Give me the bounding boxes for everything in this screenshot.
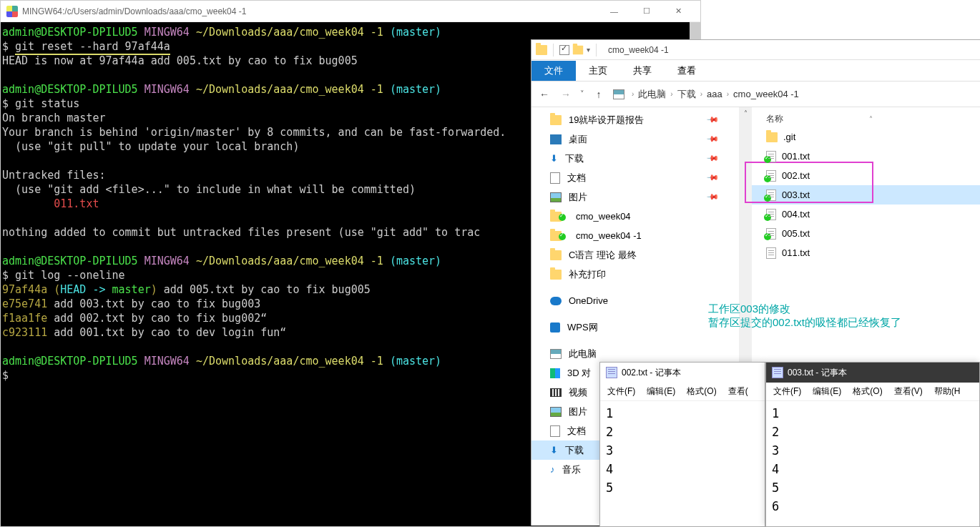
doc-icon xyxy=(550,172,560,184)
sidebar-label: 视频 xyxy=(569,386,587,399)
notepad-titlebar[interactable]: 003.txt - 记事本 xyxy=(766,363,979,383)
cmd-git-status: git status xyxy=(15,97,79,110)
doc-icon xyxy=(550,425,560,437)
sidebar-label: cmo_week04 xyxy=(576,211,631,222)
nav-history-icon[interactable]: ˅ xyxy=(580,89,584,99)
menu-edit[interactable]: 编辑(E) xyxy=(808,384,846,399)
cmd-git-reset: git reset --hard 97af44a xyxy=(15,40,170,55)
breadcrumb[interactable]: › 此电脑 › 下载 › aaa › cmo_week04 -1 xyxy=(632,88,799,101)
file-item[interactable]: 004.txt xyxy=(752,205,980,224)
file-item[interactable]: 002.txt xyxy=(752,166,980,185)
sort-indicator-icon: ˄ xyxy=(869,115,873,123)
pin-icon: 📌 xyxy=(705,190,719,204)
cloud-icon xyxy=(550,297,562,305)
pin-icon: 📌 xyxy=(705,152,719,165)
file-item[interactable]: 011.txt xyxy=(752,243,980,262)
terminal-title: MINGW64:/c/Users/admin/Downloads/aaa/cmo… xyxy=(22,6,598,16)
notepad-icon xyxy=(772,367,783,378)
file-name: .git xyxy=(783,132,795,142)
file-item[interactable]: .git xyxy=(752,127,980,147)
txt-file-icon xyxy=(766,209,776,220)
terminal-titlebar[interactable]: MINGW64:/c/Users/admin/Downloads/aaa/cmo… xyxy=(1,1,700,22)
menu-file[interactable]: 文件(F) xyxy=(603,384,640,399)
notepad-content[interactable]: 1 2 3 4 5 xyxy=(600,401,765,500)
ribbon-tab-share[interactable]: 共享 xyxy=(620,61,665,81)
sidebar-label: 图片 xyxy=(569,405,587,418)
breadcrumb-item[interactable]: aaa xyxy=(707,89,722,99)
ribbon-tab-home[interactable]: 主页 xyxy=(576,61,620,81)
close-button[interactable]: ✕ xyxy=(662,1,695,21)
download-icon: ⬇ xyxy=(550,445,558,455)
txt-file-icon xyxy=(766,189,776,201)
sidebar-item[interactable]: cmo_week04 xyxy=(531,207,739,226)
menu-format[interactable]: 格式(O) xyxy=(848,384,886,399)
sidebar-item[interactable]: 补充打印 xyxy=(531,265,739,284)
menu-view[interactable]: 查看( xyxy=(724,384,753,399)
column-name[interactable]: 名称 xyxy=(766,113,783,125)
maximize-button[interactable]: ☐ xyxy=(630,1,662,21)
notepad-title: 003.txt - 记事本 xyxy=(788,367,847,379)
download-icon: ⬇ xyxy=(550,153,558,164)
sidebar-item[interactable]: 文档 📌 xyxy=(531,168,739,187)
sidebar-label: 文档 xyxy=(567,172,586,184)
file-item[interactable]: 003.txt xyxy=(752,185,980,205)
pc-icon xyxy=(550,349,562,359)
ribbon-tab-file[interactable]: 文件 xyxy=(531,61,576,81)
menu-view[interactable]: 查看(V) xyxy=(890,384,927,399)
notepad-menu: 文件(F) 编辑(E) 格式(O) 查看( xyxy=(600,383,765,401)
minimize-button[interactable]: — xyxy=(598,1,630,21)
folder-icon[interactable] xyxy=(536,45,547,55)
folder-icon xyxy=(766,132,778,142)
sidebar-item[interactable]: 桌面 📌 xyxy=(531,129,739,149)
nav-back-icon[interactable]: ← xyxy=(537,89,552,100)
notepad-title: 002.txt - 记事本 xyxy=(622,367,681,379)
notepad-menu: 文件(F) 编辑(E) 格式(O) 查看(V) 帮助(H xyxy=(766,383,979,401)
sidebar-label: 19就毕设开题报告 xyxy=(569,114,644,127)
video-icon xyxy=(550,388,562,397)
notepad-content[interactable]: 1 2 3 4 5 6 xyxy=(766,401,979,518)
cmd-git-log: git log --oneline xyxy=(15,269,125,282)
chevron-right-icon: › xyxy=(632,90,634,98)
music-icon: ♪ xyxy=(550,464,555,475)
pin-icon: 📌 xyxy=(705,132,719,146)
sidebar-label: 桌面 xyxy=(569,133,587,146)
qat-dropdown-icon[interactable]: ▾ xyxy=(587,46,590,54)
sidebar-item[interactable]: 19就毕设开题报告 📌 xyxy=(531,110,739,129)
file-name: 005.txt xyxy=(782,228,810,239)
explorer-title: cmo_week04 -1 xyxy=(608,45,669,55)
explorer-ribbon: 文件 主页 共享 查看 xyxy=(531,60,980,82)
menu-help[interactable]: 帮助(H xyxy=(930,384,965,399)
menu-edit[interactable]: 编辑(E) xyxy=(642,384,680,399)
sidebar-label: 下载 xyxy=(565,152,584,165)
scroll-up-icon[interactable]: ˄ xyxy=(739,107,752,119)
txt-file-icon xyxy=(766,228,776,240)
column-header[interactable]: 名称 ˄ xyxy=(752,110,980,127)
txt-file-icon xyxy=(766,170,776,182)
notepad-titlebar[interactable]: 002.txt - 记事本 xyxy=(600,363,765,383)
sidebar-label: 音乐 xyxy=(562,463,581,476)
file-item[interactable]: 001.txt xyxy=(752,147,980,166)
sidebar-label: 文档 xyxy=(567,425,586,438)
sidebar-item[interactable]: C语言 理论 最终 xyxy=(531,245,739,265)
sidebar-item[interactable]: 此电脑 xyxy=(531,344,739,363)
menu-file[interactable]: 文件(F) xyxy=(769,384,805,399)
nav-up-icon[interactable]: ↑ xyxy=(592,89,606,100)
folder-icon[interactable] xyxy=(573,45,583,54)
menu-format[interactable]: 格式(O) xyxy=(682,384,720,399)
sidebar-item[interactable]: ⬇ 下载 📌 xyxy=(531,149,739,168)
sidebar-item[interactable]: cmo_week04 -1 xyxy=(531,226,739,245)
nav-forward-icon[interactable]: → xyxy=(559,89,573,100)
breadcrumb-item[interactable]: 下载 xyxy=(677,88,696,101)
sidebar-item[interactable]: 图片 📌 xyxy=(531,187,739,207)
breadcrumb-item[interactable]: 此电脑 xyxy=(638,88,666,101)
sidebar-label: 此电脑 xyxy=(569,348,597,360)
breadcrumb-item[interactable]: cmo_week04 -1 xyxy=(733,89,799,99)
notepad-icon xyxy=(606,367,617,378)
properties-icon[interactable] xyxy=(559,45,569,55)
notepad-window-002: 002.txt - 记事本 文件(F) 编辑(E) 格式(O) 查看( 1 2 … xyxy=(599,362,765,527)
pc-icon xyxy=(613,89,624,99)
ribbon-tab-view[interactable]: 查看 xyxy=(665,61,709,81)
sidebar-label: 图片 xyxy=(569,191,587,204)
file-name: 011.txt xyxy=(782,247,810,258)
file-item[interactable]: 005.txt xyxy=(752,224,980,243)
